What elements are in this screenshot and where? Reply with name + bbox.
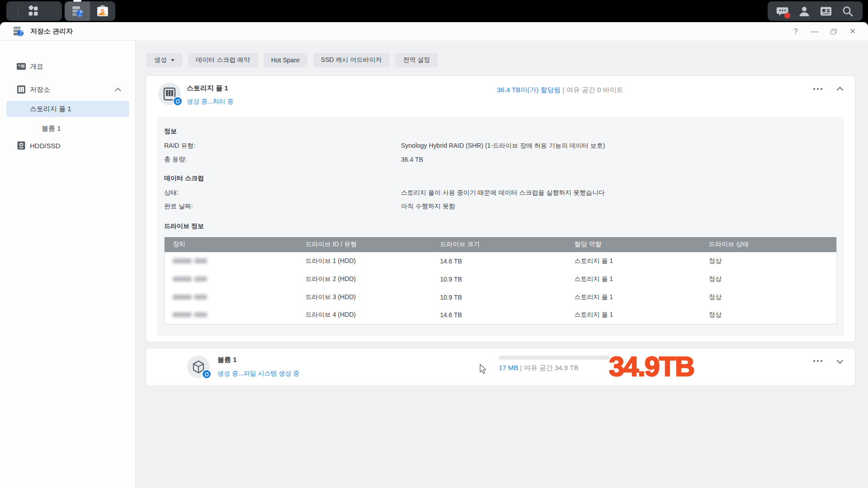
volume-usage-summary: 17 MB | 여유 공간 34.9 TB bbox=[499, 364, 578, 372]
button-label: Hot Spare bbox=[271, 56, 300, 64]
drive-table-row[interactable]: 드라이브 4 (HDD)14.6 TB스토리지 풀 1정상 bbox=[165, 306, 837, 324]
sidebar-item-volume-1[interactable]: 볼륨 1 bbox=[0, 120, 136, 136]
drive-size-cell: 14.6 TB bbox=[440, 306, 574, 324]
column-header[interactable]: 드라이브 ID / 유형 bbox=[306, 237, 440, 252]
free-space-text: 여유 공간 0 바이트 bbox=[566, 86, 623, 94]
used-space-text[interactable]: 17 MB bbox=[499, 364, 518, 371]
help-button[interactable]: ? bbox=[789, 25, 802, 38]
storage-manager-icon bbox=[71, 5, 84, 18]
create-button[interactable]: 생성 bbox=[146, 53, 182, 67]
taskbar-apps-group: S bbox=[65, 1, 115, 21]
drive-size-cell: 14.6 TB bbox=[440, 252, 574, 270]
drive-role-cell: 스토리지 풀 1 bbox=[575, 306, 709, 324]
maximize-icon bbox=[830, 29, 837, 34]
drive-size-cell: 10.9 TB bbox=[440, 288, 574, 306]
volume-title: 볼륨 1 bbox=[217, 356, 237, 364]
drive-table-row[interactable]: 드라이브 2 (HDD)10.9 TB스토리지 풀 1정상 bbox=[165, 270, 837, 288]
window-controls: ? — ✕ bbox=[789, 22, 859, 41]
window-titlebar: 저장소 관리자 ? — ✕ bbox=[0, 22, 868, 41]
more-options-icon[interactable] bbox=[811, 358, 824, 364]
drive-table-header-row: 장치드라이브 ID / 유형드라이브 크기할당 역할드라이브 상태 bbox=[165, 237, 837, 252]
column-header[interactable]: 장치 bbox=[165, 237, 306, 252]
sidebar-item-label: HDD/SSD bbox=[30, 142, 61, 150]
notification-badge bbox=[784, 13, 790, 19]
drive-role-cell: 스토리지 풀 1 bbox=[575, 288, 709, 306]
drive-status-cell: 정상 bbox=[709, 288, 837, 306]
overview-icon bbox=[16, 61, 26, 71]
sidebar-item-label: 저장소 bbox=[30, 85, 50, 94]
drive-status-cell: 정상 bbox=[709, 306, 837, 324]
expand-icon[interactable] bbox=[837, 357, 843, 364]
minimize-button[interactable]: — bbox=[808, 25, 821, 38]
volume-icon bbox=[187, 356, 210, 378]
drive-status-cell: 정상 bbox=[709, 252, 837, 270]
search-icon bbox=[842, 5, 854, 17]
storage-manager-window-icon bbox=[12, 25, 24, 38]
column-header[interactable]: 드라이브 상태 bbox=[709, 237, 837, 252]
widgets-button[interactable] bbox=[819, 5, 833, 18]
storage-pool-panel: 스토리지 풀 1 생성 중...처리 중 36.4 TB이(가) 할당됨 | 여… bbox=[146, 75, 855, 342]
info-label: 상태: bbox=[164, 189, 401, 197]
sync-badge-icon bbox=[202, 369, 212, 379]
volume-usage-bar bbox=[499, 356, 610, 360]
main-content: 생성 데이터 스크럽 예약 Hot Spare SSD 캐시 어드바이저 전역 … bbox=[136, 41, 868, 488]
active-app-indicator bbox=[73, 0, 81, 2]
desktop: S bbox=[0, 0, 868, 488]
drive-id-cell: 드라이브 2 (HDD) bbox=[306, 270, 440, 288]
pool-details-panel: 정보 RAID 유형: Synology Hybrid RAID (SHR) (… bbox=[157, 117, 844, 336]
redacted-device-name bbox=[173, 295, 207, 300]
drive-size-cell: 10.9 TB bbox=[440, 270, 574, 288]
storage-pool-title: 스토리지 풀 1 bbox=[187, 84, 228, 93]
button-label: 생성 bbox=[154, 56, 167, 64]
widgets-icon bbox=[820, 5, 832, 18]
search-button[interactable] bbox=[841, 5, 854, 18]
data-scrubbing-schedule-button[interactable]: 데이터 스크럽 예약 bbox=[188, 53, 258, 67]
drive-table-row[interactable]: 드라이브 1 (HDD)14.6 TB스토리지 풀 1정상 bbox=[165, 252, 837, 270]
sidebar-item-storage-pool-1[interactable]: 스토리지 풀 1 bbox=[6, 101, 129, 117]
pool-panel-controls bbox=[811, 86, 842, 92]
window-title: 저장소 관리자 bbox=[30, 27, 73, 36]
taskbar-app-package-center[interactable]: S bbox=[90, 1, 115, 21]
info-row-total-capacity: 총 용량: 36.4 TB bbox=[164, 153, 837, 166]
redacted-device-name bbox=[173, 258, 207, 263]
redacted-device-name bbox=[173, 277, 207, 282]
collapse-icon[interactable] bbox=[837, 87, 843, 93]
allocated-text[interactable]: 36.4 TB이(가) 할당됨 bbox=[497, 86, 561, 94]
sidebar-item-hdd-ssd[interactable]: HDD/SSD bbox=[0, 137, 136, 154]
hot-spare-button[interactable]: Hot Spare bbox=[264, 53, 307, 67]
drive-table-row[interactable]: 드라이브 3 (HDD)10.9 TB스토리지 풀 1정상 bbox=[165, 288, 837, 306]
user-menu-button[interactable] bbox=[797, 5, 811, 18]
info-row-raid-type: RAID 유형: Synology Hybrid RAID (SHR) (1-드… bbox=[164, 139, 837, 153]
notifications-button[interactable] bbox=[776, 5, 789, 18]
sync-badge-icon bbox=[173, 96, 183, 106]
info-value: 36.4 TB bbox=[401, 156, 423, 163]
sidebar: 개요 저장소 스토리지 풀 1 bbox=[0, 41, 136, 488]
chevron-up-icon[interactable] bbox=[115, 88, 121, 94]
ssd-cache-advisor-button[interactable]: SSD 캐시 어드바이저 bbox=[313, 53, 390, 67]
maximize-button[interactable] bbox=[827, 25, 840, 38]
more-options-icon[interactable] bbox=[811, 86, 824, 92]
global-settings-button[interactable]: 전역 설정 bbox=[395, 53, 438, 67]
redacted-device-name bbox=[173, 312, 207, 317]
sidebar-item-overview[interactable]: 개요 bbox=[0, 58, 136, 75]
drive-role-cell: 스토리지 풀 1 bbox=[575, 270, 709, 288]
info-row-scrub-status: 상태: 스토리지 풀이 사용 중이기 때문에 데이터 스크럽을 실행하지 못했습… bbox=[164, 186, 837, 200]
taskbar-app-storage-manager[interactable] bbox=[65, 1, 90, 21]
column-header[interactable]: 드라이브 크기 bbox=[440, 237, 574, 252]
button-label: SSD 캐시 어드바이저 bbox=[321, 56, 382, 64]
volume-status: 생성 중...파일 시스템 생성 중 bbox=[217, 370, 299, 378]
storage-pool-status: 생성 중...처리 중 bbox=[187, 98, 233, 106]
mouse-cursor bbox=[479, 364, 489, 375]
drive-status-cell: 정상 bbox=[709, 270, 837, 288]
info-row-scrub-date: 완료 날짜: 아직 수행하지 못함 bbox=[164, 200, 837, 213]
sidebar-item-label: 볼륨 1 bbox=[42, 124, 61, 133]
free-space-text: 여유 공간 34.9 TB bbox=[524, 364, 579, 371]
drive-id-cell: 드라이브 3 (HDD) bbox=[306, 288, 440, 306]
close-button[interactable]: ✕ bbox=[846, 25, 859, 38]
section-title-info: 정보 bbox=[164, 127, 837, 136]
storage-icon bbox=[16, 84, 26, 94]
sidebar-item-storage[interactable]: 저장소 bbox=[0, 81, 136, 98]
main-menu-icon bbox=[27, 5, 39, 17]
column-header[interactable]: 할당 역할 bbox=[575, 237, 709, 252]
main-menu-button[interactable] bbox=[23, 1, 43, 21]
